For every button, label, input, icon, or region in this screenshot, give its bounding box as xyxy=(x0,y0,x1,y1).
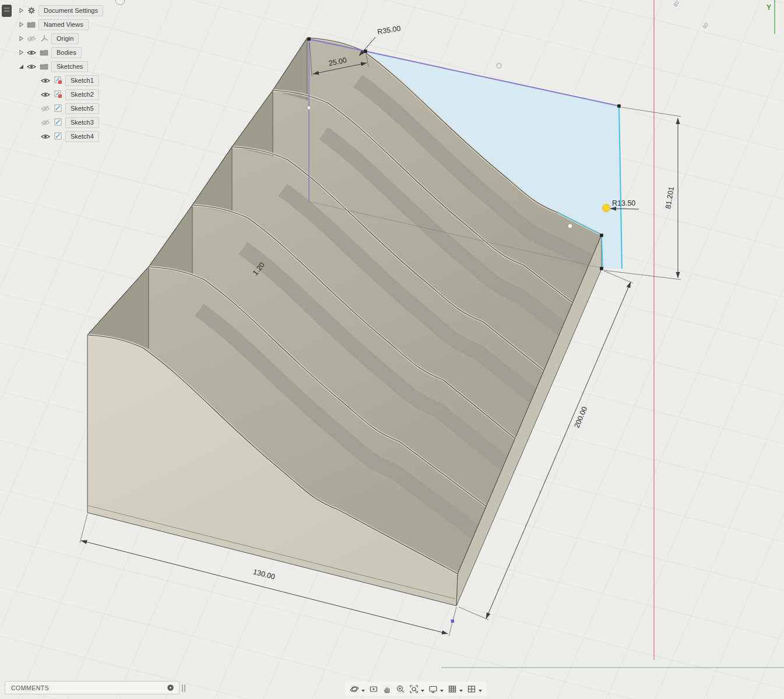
folder-icon xyxy=(26,20,37,29)
orbit-icon[interactable] xyxy=(349,683,360,695)
grid-tick-label: 60 xyxy=(701,22,709,30)
browser-item-label[interactable]: Named Views xyxy=(38,19,89,30)
browser-item-label[interactable]: Sketches xyxy=(51,61,88,72)
sketch-locked-icon xyxy=(52,90,64,99)
display-settings-icon[interactable] xyxy=(427,683,439,695)
dimension-height[interactable]: 81.201 xyxy=(664,186,676,209)
viewports-icon[interactable] xyxy=(466,683,477,695)
visibility-eye-icon[interactable] xyxy=(40,90,51,99)
browser-root-icon xyxy=(2,5,12,17)
browser-row-sketch3[interactable]: Sketch3 xyxy=(40,115,103,129)
toolbar-partial-icon xyxy=(115,0,125,5)
zoom-icon[interactable] xyxy=(395,683,406,695)
dimension-radius-top[interactable]: R35.00 xyxy=(377,24,401,36)
browser-row-sketch2[interactable]: Sketch2 xyxy=(40,87,103,101)
model-viewport[interactable]: 80 60 Y xyxy=(0,0,784,699)
expand-arrow-icon[interactable] xyxy=(16,49,26,56)
browser-row-origin[interactable]: Origin xyxy=(16,31,103,45)
browser-row-sketch5[interactable]: Sketch5 xyxy=(40,101,103,115)
comments-bar[interactable]: COMMENTS xyxy=(5,681,180,694)
browser-item-label[interactable]: Sketch2 xyxy=(65,89,99,100)
browser-row-sketches[interactable]: Sketches xyxy=(16,59,103,73)
viewport[interactable]: 80 60 Y xyxy=(0,0,784,699)
visibility-eye-off-icon[interactable] xyxy=(40,104,51,113)
orbit-caret-icon[interactable] xyxy=(361,690,365,692)
comments-label: COMMENTS xyxy=(11,684,49,691)
sketch-icon xyxy=(52,118,64,127)
grid-caret-icon[interactable] xyxy=(459,690,463,692)
navigation-toolbar[interactable] xyxy=(345,682,487,696)
browser-tree[interactable]: Document Settings Named Views Origin Bod… xyxy=(16,3,103,143)
y-axis-label: Y xyxy=(767,3,771,12)
display-settings-caret-icon[interactable] xyxy=(440,690,444,692)
visibility-eye-icon[interactable] xyxy=(40,132,51,141)
visibility-eye-icon[interactable] xyxy=(26,48,37,57)
gear-icon xyxy=(26,6,37,15)
grid-tick-label: 80 xyxy=(672,0,680,8)
snap-highlight-dot xyxy=(603,204,610,212)
collapse-wedge-icon[interactable] xyxy=(16,63,26,70)
browser-row-named-views[interactable]: Named Views xyxy=(16,17,103,31)
expand-arrow-icon[interactable] xyxy=(16,21,26,28)
browser-row-sketch1[interactable]: Sketch1 xyxy=(40,73,103,87)
browser-item-label[interactable]: Sketch4 xyxy=(65,131,99,142)
look-at-icon[interactable] xyxy=(368,683,379,695)
sketch-icon xyxy=(52,132,64,141)
fit-view-caret-icon[interactable] xyxy=(421,690,424,692)
folder-icon xyxy=(38,62,50,71)
browser-item-label[interactable]: Bodies xyxy=(51,47,82,58)
browser-item-label[interactable]: Document Settings xyxy=(38,5,103,16)
origin-axes-icon xyxy=(38,34,50,43)
sketch-locked-icon xyxy=(52,76,64,85)
visibility-eye-off-icon[interactable] xyxy=(40,118,51,127)
sketch-icon xyxy=(52,104,64,113)
visibility-eye-icon[interactable] xyxy=(40,76,51,85)
dimension-width[interactable]: 130.00 xyxy=(252,568,276,581)
dimension-depth[interactable]: 200.00 xyxy=(572,405,589,429)
origin-point xyxy=(451,620,455,623)
browser-row-bodies[interactable]: Bodies xyxy=(16,45,103,59)
expand-arrow-icon[interactable] xyxy=(16,35,26,42)
expand-arrow-icon[interactable] xyxy=(16,7,26,14)
browser-row-document-settings[interactable]: Document Settings xyxy=(16,3,103,17)
folder-icon xyxy=(38,48,50,57)
browser-row-sketch4[interactable]: Sketch4 xyxy=(40,129,103,143)
browser-item-label[interactable]: Sketch1 xyxy=(65,75,99,86)
dimension-radius-front[interactable]: R13.50 xyxy=(612,199,635,207)
comments-resize-grip[interactable] xyxy=(182,684,187,691)
fit-view-icon[interactable] xyxy=(408,683,420,695)
browser-item-label[interactable]: Sketch5 xyxy=(65,103,99,114)
visibility-eye-off-icon[interactable] xyxy=(26,34,37,43)
viewports-caret-icon[interactable] xyxy=(479,690,482,692)
pan-icon[interactable] xyxy=(381,683,393,695)
comments-expand-icon[interactable] xyxy=(167,684,174,691)
browser-item-label[interactable]: Sketch3 xyxy=(65,117,99,128)
browser-item-label[interactable]: Origin xyxy=(51,33,79,44)
grid-icon[interactable] xyxy=(447,683,458,695)
visibility-eye-icon[interactable] xyxy=(26,62,37,71)
